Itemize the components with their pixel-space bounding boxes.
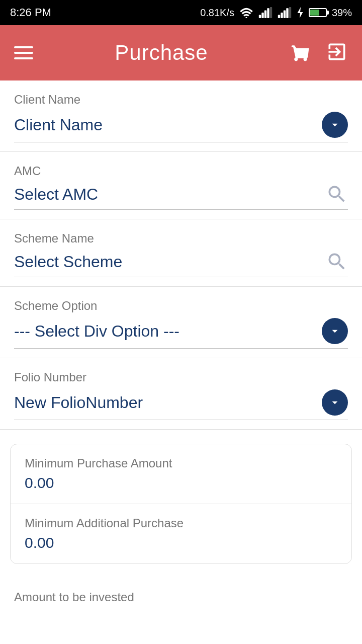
status-bar: 8:26 PM 0.81K/s — [0, 0, 362, 25]
amc-search-button[interactable] — [326, 183, 348, 205]
svg-rect-3 — [264, 11, 266, 18]
scheme-option-field: Scheme Option --- Select Div Option --- — [0, 287, 362, 358]
folio-number-field: Folio Number New FolioNumber — [0, 358, 362, 430]
svg-point-0 — [245, 17, 247, 18]
min-additional-label: Minimum Additional Purchase — [25, 516, 337, 530]
min-purchase-row: Minimum Purchase Amount 0.00 — [11, 444, 351, 504]
client-name-field: Client Name Client Name — [0, 80, 362, 152]
cart-button[interactable] — [290, 41, 312, 65]
svg-rect-9 — [286, 8, 288, 18]
client-name-value: Client Name — [14, 116, 103, 134]
client-name-label: Client Name — [14, 93, 348, 107]
page-title: Purchase — [115, 41, 208, 65]
client-name-row[interactable]: Client Name — [14, 112, 348, 142]
wifi-icon — [239, 7, 253, 18]
svg-rect-8 — [284, 11, 286, 18]
svg-rect-10 — [289, 7, 291, 18]
min-purchase-value: 0.00 — [25, 474, 337, 492]
amount-invested-label: Amount to be invested — [14, 590, 134, 604]
svg-rect-7 — [281, 13, 283, 18]
min-additional-row: Minimum Additional Purchase 0.00 — [11, 504, 351, 564]
svg-rect-5 — [270, 7, 272, 18]
scheme-name-value: Select Scheme — [14, 253, 122, 271]
client-name-dropdown[interactable] — [322, 112, 348, 138]
scheme-name-row[interactable]: Select Scheme — [14, 251, 348, 277]
folio-number-value: New FolioNumber — [14, 393, 143, 412]
svg-rect-2 — [261, 13, 263, 18]
main-content: Client Name Client Name AMC Select AMC S… — [0, 80, 362, 644]
scheme-option-label: Scheme Option — [14, 299, 348, 313]
battery-percent: 39% — [332, 7, 352, 19]
amc-field: AMC Select AMC — [0, 152, 362, 219]
menu-button[interactable] — [14, 46, 33, 59]
svg-rect-1 — [259, 15, 261, 18]
battery-icon — [309, 8, 327, 17]
scheme-option-dropdown[interactable] — [322, 318, 348, 344]
scheme-name-field: Scheme Name Select Scheme — [0, 219, 362, 287]
folio-number-dropdown[interactable] — [322, 389, 348, 416]
signal-icon-2 — [278, 7, 292, 18]
amount-invested-section: Amount to be invested — [0, 578, 362, 604]
info-card: Minimum Purchase Amount 0.00 Minimum Add… — [10, 444, 352, 564]
status-time: 8:26 PM — [10, 6, 51, 19]
scheme-option-value: --- Select Div Option --- — [14, 322, 179, 341]
signal-icon — [258, 7, 273, 18]
charging-icon — [297, 7, 304, 18]
scheme-search-button[interactable] — [326, 251, 348, 273]
exit-button[interactable] — [326, 41, 348, 65]
folio-number-row[interactable]: New FolioNumber — [14, 389, 348, 420]
network-speed: 0.81K/s — [200, 7, 234, 19]
amc-value: Select AMC — [14, 185, 98, 204]
svg-rect-6 — [278, 15, 280, 18]
status-right: 0.81K/s — [200, 7, 352, 19]
header-actions — [290, 41, 348, 65]
scheme-name-label: Scheme Name — [14, 231, 348, 246]
amc-row[interactable]: Select AMC — [14, 183, 348, 210]
min-purchase-label: Minimum Purchase Amount — [25, 456, 337, 470]
amc-label: AMC — [14, 164, 348, 178]
folio-number-label: Folio Number — [14, 370, 348, 384]
svg-rect-4 — [267, 8, 269, 18]
min-additional-value: 0.00 — [25, 534, 337, 551]
scheme-option-row[interactable]: --- Select Div Option --- — [14, 318, 348, 349]
app-header: Purchase — [0, 25, 362, 80]
svg-marker-11 — [297, 7, 303, 18]
